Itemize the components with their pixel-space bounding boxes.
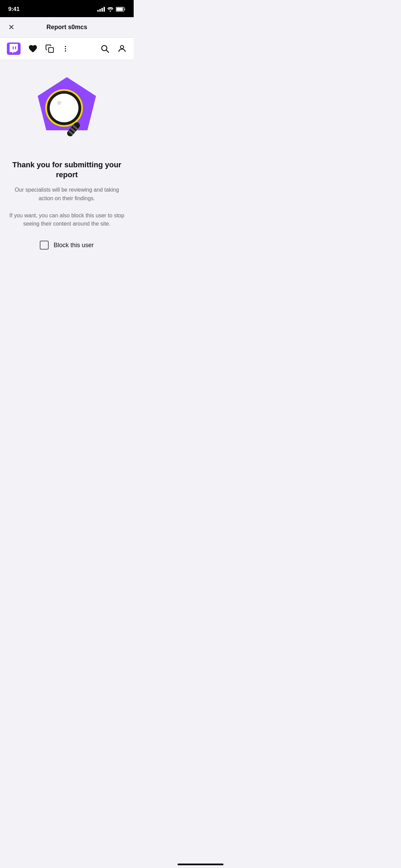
svg-rect-1: [117, 8, 123, 11]
status-icons: [97, 7, 125, 12]
block-user-checkbox[interactable]: [40, 241, 49, 250]
svg-rect-5: [49, 48, 53, 52]
main-content: Thank you for submitting your report Our…: [0, 60, 134, 263]
toolbar-left: [5, 41, 94, 56]
svg-point-7: [65, 48, 66, 49]
block-user-label: Block this user: [53, 242, 94, 249]
profile-icon: [117, 44, 127, 53]
nav-header: ✕ Report s0mcs: [0, 17, 134, 38]
search-icon: [100, 44, 110, 53]
signal-icon: [97, 7, 105, 12]
report-title: Thank you for submitting your report: [8, 160, 125, 180]
svg-line-10: [106, 50, 109, 53]
search-button[interactable]: [99, 43, 111, 55]
svg-rect-4: [15, 46, 16, 49]
svg-rect-3: [13, 46, 14, 49]
copy-button[interactable]: [44, 43, 56, 55]
nav-title: Report s0mcs: [46, 24, 87, 31]
svg-point-15: [50, 94, 78, 122]
svg-point-9: [102, 46, 107, 51]
status-bar: 9:41: [0, 0, 134, 17]
svg-point-6: [65, 46, 66, 47]
copy-icon: [45, 44, 54, 53]
more-icon: [62, 45, 69, 52]
close-button[interactable]: ✕: [7, 22, 16, 33]
block-user-row[interactable]: Block this user: [40, 241, 94, 250]
svg-point-16: [57, 101, 61, 105]
status-time: 9:41: [8, 6, 20, 13]
report-description: Our specialists will be reviewing and ta…: [9, 186, 125, 228]
svg-point-8: [65, 50, 66, 52]
heart-icon: [28, 44, 38, 53]
twitch-logo-button[interactable]: [5, 41, 22, 56]
more-button[interactable]: [60, 44, 71, 54]
battery-icon: [116, 7, 125, 12]
svg-point-11: [120, 46, 123, 49]
illustration: [33, 74, 101, 149]
twitch-logo-icon: [7, 43, 21, 55]
heart-button[interactable]: [27, 43, 39, 55]
toolbar-right: [99, 43, 128, 55]
wifi-icon: [107, 7, 113, 12]
toolbar: [0, 38, 134, 60]
profile-button[interactable]: [116, 43, 128, 55]
